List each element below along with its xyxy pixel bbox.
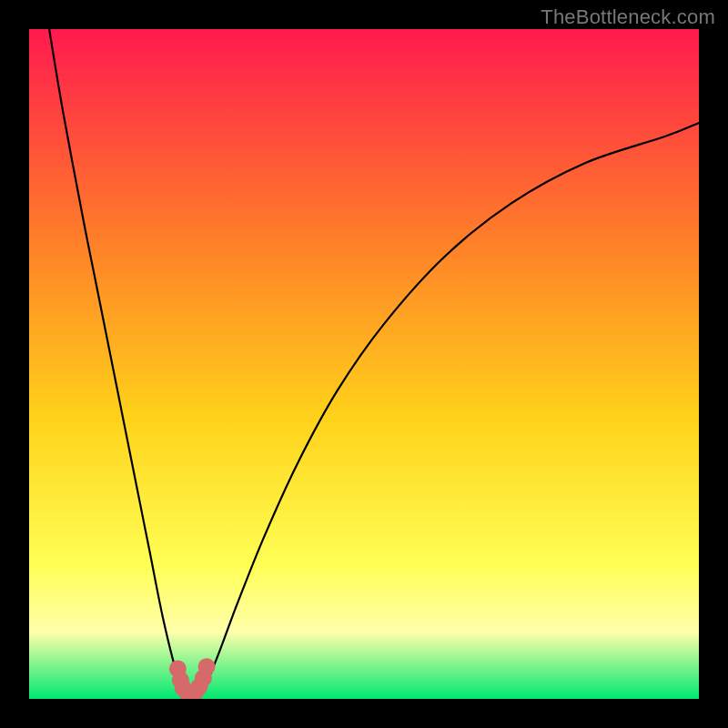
gradient-background <box>29 29 699 699</box>
watermark-text: TheBottleneck.com <box>541 5 715 29</box>
chart-svg <box>29 29 699 699</box>
chart-plot-area <box>29 29 699 699</box>
u-marker-dot <box>198 658 216 675</box>
chart-frame: TheBottleneck.com <box>0 0 728 728</box>
